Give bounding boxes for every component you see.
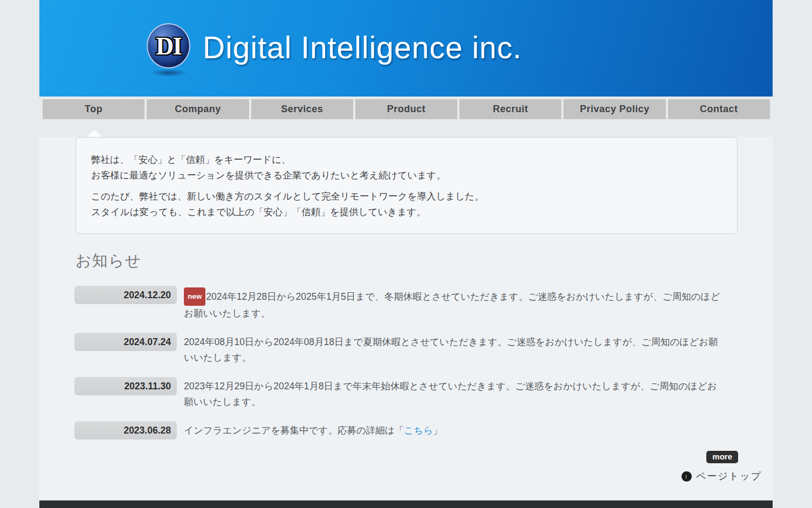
pagetop-row: ↑ ページトップ <box>39 470 762 483</box>
nav-item-company[interactable]: Company <box>147 99 249 119</box>
news-row: 2024.07.24 2024年08月10日から2024年08月18日まで夏期休… <box>74 333 721 366</box>
intro-box: 弊社は、「安心」と「信頼」をキーワードに、 お客様に最適なソリューションを提供で… <box>75 137 738 234</box>
logo-ball: DI <box>147 23 190 68</box>
news-text-body: 2024年08月10日から2024年08月18日まで夏期休暇とさせていただきます… <box>184 337 718 363</box>
news-list: 2024.12.20 new2024年12月28日から2025年1月5日まで、冬… <box>74 286 721 440</box>
news-text: インフラエンジニアを募集中です。応募の詳細は「こちら」 <box>184 421 442 438</box>
news-text-body: 2023年12月29日から2024年1月8日まで年末年始休暇とさせていただきます… <box>184 381 717 407</box>
more-button[interactable]: more <box>706 451 738 463</box>
nav-item-top[interactable]: Top <box>43 99 144 119</box>
arrow-up-circle-icon: ↑ <box>682 471 692 482</box>
news-text-body: インフラエンジニアを募集中です。応募の詳細は「 <box>184 425 404 436</box>
nav-item-privacy-policy[interactable]: Privacy Policy <box>563 99 665 119</box>
page-top-link[interactable]: ↑ ページトップ <box>682 470 762 483</box>
company-logo-icon: DI <box>147 23 191 76</box>
news-date-badge: 2024.12.20 <box>74 286 177 304</box>
news-text: new2024年12月28日から2025年1月5日まで、冬期休暇とさせていただき… <box>184 286 721 321</box>
news-heading: お知らせ <box>75 250 773 272</box>
news-text-body: 」 <box>433 425 443 436</box>
intro-line: このたび、弊社では、新しい働き方のスタイルとして完全リモートワークを導入しました… <box>91 191 484 202</box>
new-badge: new <box>184 287 205 306</box>
news-date-badge: 2023.06.28 <box>74 421 177 440</box>
intro-paragraph: 弊社は、「安心」と「信頼」をキーワードに、 お客様に最適なソリューションを提供で… <box>91 152 722 183</box>
recruit-detail-link[interactable]: こちら <box>404 425 433 436</box>
news-row: 2023.11.30 2023年12月29日から2024年1月8日まで年末年始休… <box>74 377 721 410</box>
site-footer <box>39 500 773 508</box>
news-text: 2023年12月29日から2024年1月8日まで年末年始休暇とさせていただきます… <box>184 377 721 410</box>
news-row: 2024.12.20 new2024年12月28日から2025年1月5日まで、冬… <box>74 286 721 321</box>
intro-paragraph: このたび、弊社では、新しい働き方のスタイルとして完全リモートワークを導入しました… <box>91 189 722 220</box>
news-date-badge: 2023.11.30 <box>74 377 177 395</box>
intro-line: お客様に最適なソリューションを提供できる企業でありたいと考え続けています。 <box>91 170 446 181</box>
content-area: 弊社は、「安心」と「信頼」をキーワードに、 お客様に最適なソリューションを提供で… <box>39 137 773 500</box>
news-date-badge: 2024.07.24 <box>74 333 177 351</box>
logo-initials: DI <box>156 32 181 60</box>
page: DI Digital Intelligence inc. Top Company… <box>39 0 773 508</box>
news-text-body: 2024年12月28日から2025年1月5日まで、冬期休暇とさせていただきます。… <box>184 291 720 319</box>
active-tab-pointer <box>86 130 102 137</box>
site-title: Digital Intelligence inc. <box>203 30 522 65</box>
nav-item-product[interactable]: Product <box>355 99 457 119</box>
nav-item-services[interactable]: Services <box>251 99 353 119</box>
nav-item-contact[interactable]: Contact <box>668 99 770 119</box>
news-row: 2023.06.28 インフラエンジニアを募集中です。応募の詳細は「こちら」 <box>74 421 721 440</box>
main-nav: Top Company Services Product Recruit Pri… <box>43 99 770 119</box>
nav-item-recruit[interactable]: Recruit <box>459 99 561 119</box>
page-top-label: ページトップ <box>696 470 762 483</box>
intro-line: スタイルは変っても、これまで以上の「安心」「信頼」を提供していきます。 <box>91 207 426 217</box>
intro-line: 弊社は、「安心」と「信頼」をキーワードに、 <box>91 154 291 165</box>
news-text: 2024年08月10日から2024年08月18日まで夏期休暇とさせていただきます… <box>184 333 721 366</box>
more-row: more <box>39 451 738 463</box>
site-header: DI Digital Intelligence inc. <box>39 0 773 97</box>
logo-shadow <box>150 69 187 77</box>
